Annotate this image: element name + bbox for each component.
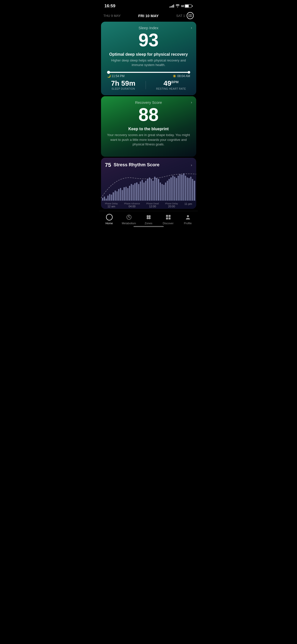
svg-rect-9 bbox=[169, 217, 171, 219]
timeline-start-time: 11:54 PM bbox=[107, 74, 125, 78]
svg-rect-8 bbox=[166, 217, 168, 219]
svg-point-3 bbox=[149, 215, 151, 217]
chart-bar bbox=[147, 179, 148, 201]
svg-point-10 bbox=[187, 215, 189, 217]
chart-bar bbox=[167, 181, 168, 201]
chart-bar bbox=[194, 181, 195, 201]
timeline-labels: 11:54 PM 08:04 AM bbox=[107, 74, 190, 78]
chart-bar bbox=[169, 179, 170, 201]
metabolism-icon bbox=[125, 214, 133, 221]
chart-bar bbox=[116, 191, 118, 201]
recovery-card-title: Recovery Score bbox=[106, 100, 191, 105]
chart-bar bbox=[170, 177, 172, 201]
chart-bar bbox=[120, 188, 121, 201]
nav-zones-label: Zones bbox=[145, 222, 152, 225]
stress-chevron-icon: › bbox=[191, 163, 192, 167]
stress-score: 75 bbox=[105, 162, 111, 168]
home-icon bbox=[106, 214, 113, 221]
svg-rect-7 bbox=[169, 215, 171, 217]
chart-bar bbox=[102, 198, 103, 201]
chart-bar bbox=[152, 181, 154, 201]
chart-bar bbox=[145, 181, 146, 201]
chart-bar bbox=[178, 176, 179, 201]
sleep-duration-value: 7h 59m bbox=[111, 80, 136, 87]
stress-title: Stress Rhythm Score bbox=[114, 162, 159, 168]
date-current: FRI 10 MAY bbox=[138, 14, 159, 18]
stress-card[interactable]: 75 Stress Rhythm Score › Phase Delay 12 … bbox=[101, 158, 196, 209]
chart-bar bbox=[165, 182, 166, 201]
stress-phase-4: Phase Delay 20:00 bbox=[165, 202, 178, 208]
status-bar: 16:59 60 bbox=[100, 0, 198, 11]
status-time: 16:59 bbox=[105, 4, 115, 9]
sleep-card[interactable]: › Sleep Index 93 Optimal deep sleep for … bbox=[101, 22, 196, 95]
camera-icon bbox=[188, 14, 192, 17]
chart-bar bbox=[163, 185, 164, 201]
chart-bar bbox=[176, 178, 177, 201]
nav-metabolism[interactable]: Metabolism bbox=[119, 214, 139, 225]
recovery-card-chevron-icon: › bbox=[191, 100, 192, 104]
status-icons: 60 bbox=[170, 4, 192, 8]
nav-metabolism-label: Metabolism bbox=[122, 222, 136, 225]
chart-bar bbox=[156, 178, 157, 201]
date-prev[interactable]: THU 9 MAY bbox=[104, 14, 121, 18]
stress-phase-1: Phase Delay 12 am bbox=[105, 202, 118, 208]
chart-bar bbox=[115, 190, 116, 201]
timeline-bar bbox=[107, 72, 190, 73]
chart-bar bbox=[190, 177, 191, 201]
date-next-container: SAT 1 bbox=[176, 12, 194, 19]
chart-bar bbox=[188, 178, 190, 201]
chart-bar bbox=[129, 186, 130, 201]
stress-card-header: 75 Stress Rhythm Score › bbox=[101, 162, 196, 168]
chart-bar bbox=[125, 187, 127, 201]
chart-bar bbox=[106, 199, 107, 201]
sleep-card-headline: Optimal deep sleep for physical recovery bbox=[106, 52, 191, 57]
recovery-card[interactable]: › Recovery Score 88 Keep to the blueprin… bbox=[101, 96, 196, 157]
chart-bar bbox=[109, 194, 110, 201]
stress-phase-2: Phase Advance 04:00 bbox=[124, 202, 140, 208]
chart-bar bbox=[185, 176, 186, 201]
chart-bar bbox=[134, 183, 136, 200]
timeline-end-time: 08:04 AM bbox=[173, 74, 190, 78]
chart-bar bbox=[113, 192, 114, 201]
home-indicator bbox=[100, 226, 198, 228]
nav-discover[interactable]: Discover bbox=[158, 214, 178, 225]
svg-point-4 bbox=[147, 217, 149, 219]
date-next[interactable]: SAT 1 bbox=[176, 14, 185, 18]
camera-button[interactable] bbox=[187, 12, 194, 19]
chart-bar bbox=[140, 181, 141, 201]
chart-bar bbox=[107, 196, 109, 201]
chart-bar bbox=[142, 180, 143, 201]
signal-icon bbox=[170, 5, 174, 8]
recovery-card-description: Your recovery scores are in great shape … bbox=[106, 133, 191, 147]
chart-bar bbox=[181, 175, 182, 201]
heart-rate-stat: 49BPM RESTING HEART RATE bbox=[156, 80, 186, 90]
chart-bar bbox=[187, 177, 188, 201]
wifi-icon bbox=[176, 4, 180, 8]
sleep-card-chevron-icon: › bbox=[191, 26, 192, 30]
stats-divider bbox=[146, 81, 146, 89]
chart-bar bbox=[131, 184, 132, 201]
nav-home[interactable]: Home bbox=[100, 214, 119, 225]
sleep-card-score: 93 bbox=[106, 31, 191, 49]
heart-rate-value: 49BPM bbox=[156, 80, 186, 87]
chart-bar bbox=[183, 173, 184, 201]
profile-icon bbox=[184, 214, 191, 221]
stress-phase-3: Phase Dead 12:00 bbox=[146, 202, 159, 208]
nav-profile-label: Profile bbox=[184, 222, 192, 225]
stress-phase-5: 11 pm bbox=[184, 202, 192, 208]
stress-timeline: Phase Delay 12 am Phase Advance 04:00 Ph… bbox=[101, 201, 196, 209]
stress-chart bbox=[101, 170, 196, 201]
nav-home-label: Home bbox=[106, 222, 113, 225]
nav-discover-label: Discover bbox=[163, 222, 174, 225]
discover-icon bbox=[165, 214, 172, 221]
recovery-card-score: 88 bbox=[106, 106, 191, 124]
date-navigation: THU 9 MAY FRI 10 MAY SAT 1 bbox=[100, 11, 198, 22]
chart-bar bbox=[158, 179, 159, 201]
chart-bar bbox=[174, 177, 175, 201]
sleep-duration-label: SLEEP DURATION bbox=[111, 87, 136, 90]
chart-bar bbox=[136, 182, 137, 201]
sleep-duration-stat: 7h 59m SLEEP DURATION bbox=[111, 80, 136, 90]
nav-zones[interactable]: Zones bbox=[139, 214, 158, 225]
nav-profile[interactable]: Profile bbox=[178, 214, 198, 225]
chart-bar bbox=[133, 185, 134, 201]
